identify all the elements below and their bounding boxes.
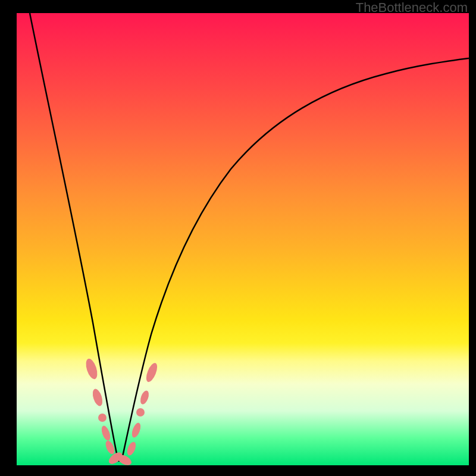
bead	[144, 362, 159, 384]
bead	[84, 357, 99, 380]
chart-frame: TheBottleneck.com	[0, 0, 476, 476]
bead-cluster	[84, 357, 159, 465]
plot-area	[17, 13, 469, 465]
curve-layer	[17, 13, 469, 465]
bead	[130, 422, 142, 439]
bead	[91, 388, 105, 408]
bead	[100, 425, 112, 442]
bead	[136, 408, 145, 416]
curve-left-branch	[30, 13, 119, 462]
bead	[98, 414, 107, 422]
bead	[139, 390, 150, 406]
curve-right-branch	[121, 58, 469, 462]
bead	[126, 441, 137, 457]
watermark-text: TheBottleneck.com	[356, 0, 468, 15]
